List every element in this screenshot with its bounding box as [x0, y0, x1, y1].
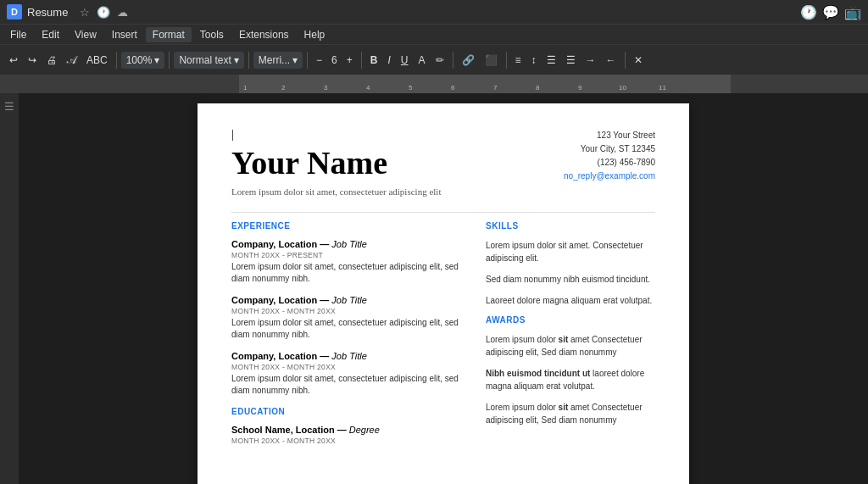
- awards-item-2: Nibh euismod tincidunt ut laoreet dolore…: [486, 367, 655, 392]
- skills-item-1: Lorem ipsum dolor sit amet. Consectetuer…: [486, 239, 655, 264]
- italic-button[interactable]: I: [383, 52, 394, 69]
- job-1-desc[interactable]: Lorem ipsum dolor sit amet, consectetuer…: [231, 261, 469, 285]
- awards-item-3: Lorem ipsum dolor sit amet Consectetuer …: [486, 401, 655, 426]
- sep5: [361, 52, 362, 69]
- style-value: Normal text: [179, 54, 231, 66]
- resume-right-column: SKILLS Lorem ipsum dolor sit amet. Conse…: [486, 221, 655, 447]
- redo-button[interactable]: ↪: [24, 52, 41, 69]
- font-value: Merri...: [259, 54, 290, 66]
- skills-item-2: Sed diam nonummy nibh euismod tincidunt.: [486, 273, 655, 286]
- address-street: 123 Your Street: [564, 129, 655, 142]
- image-button[interactable]: ⬛: [481, 52, 502, 69]
- section-divider: [231, 212, 655, 213]
- text-color-button[interactable]: A: [415, 52, 430, 69]
- job-1-dates: MONTH 20XX - PRESENT: [231, 251, 469, 259]
- job-3: Company, Location — Job Title MONTH 20XX…: [231, 351, 469, 397]
- address-email[interactable]: no_reply@example.com: [564, 170, 655, 183]
- bullets-button[interactable]: ☰: [542, 52, 560, 69]
- app-title: Resume: [27, 6, 68, 19]
- school-1-dates: MONTH 20XX - MONTH 20XX: [231, 437, 469, 445]
- ruler: 1 2 3 4 5 6 7 8 9 10 11: [0, 75, 868, 93]
- document-page[interactable]: | Your Name Lorem ipsum dolor sit amet, …: [198, 103, 689, 484]
- indent-button[interactable]: →: [581, 52, 600, 69]
- comment-icon[interactable]: 💬: [822, 4, 839, 20]
- sep3: [248, 52, 249, 69]
- app-icon: D: [7, 4, 22, 19]
- zoom-chevron: ▾: [154, 54, 159, 66]
- awards-item-1: Lorem ipsum dolor sit amet Consectetuer …: [486, 333, 655, 359]
- job-3-company: Company, Location — Job Title: [231, 351, 469, 361]
- zoom-dropdown[interactable]: 100% ▾: [121, 52, 165, 69]
- sep8: [625, 52, 626, 69]
- resume-left-column: EXPERIENCE Company, Location — Job Title…: [231, 221, 469, 447]
- sep2: [169, 52, 170, 69]
- paint-format-button[interactable]: 𝒜: [63, 51, 81, 70]
- toolbar: ↩ ↪ 🖨 𝒜 ABC 100% ▾ Normal text ▾ Merri..…: [0, 44, 868, 75]
- title-bar: D Resume ☆ 🕐 ☁ 🕐 💬 📺: [0, 0, 868, 24]
- link-button[interactable]: 🔗: [458, 52, 479, 69]
- job-2-desc[interactable]: Lorem ipsum dolor sit amet, consectetuer…: [231, 317, 469, 341]
- left-sidebar: ☰: [0, 93, 19, 484]
- menu-view[interactable]: View: [68, 27, 103, 42]
- undo-button[interactable]: ↩: [5, 52, 22, 69]
- title-bar-icons: ☆ 🕐 ☁: [80, 6, 128, 19]
- underline-button[interactable]: U: [397, 52, 413, 69]
- menu-tools[interactable]: Tools: [193, 27, 231, 42]
- outline-icon[interactable]: ☰: [4, 100, 14, 113]
- align-button[interactable]: ≡: [511, 52, 526, 69]
- sep6: [453, 52, 453, 69]
- sep1: [116, 52, 117, 69]
- font-size-increase[interactable]: +: [342, 52, 357, 69]
- main-area: ☰ | Your Name Lorem ipsum dolor sit amet…: [0, 93, 868, 484]
- address-city: Your City, ST 12345: [564, 142, 655, 156]
- zoom-value: 100%: [126, 54, 153, 66]
- style-dropdown[interactable]: Normal text ▾: [174, 52, 243, 69]
- resume-address: 123 Your Street Your City, ST 12345 (123…: [564, 129, 655, 183]
- bold-button[interactable]: B: [366, 52, 382, 69]
- menu-extensions[interactable]: Extensions: [232, 27, 296, 42]
- job-3-dates: MONTH 20XX - MONTH 20XX: [231, 363, 469, 371]
- clear-format-button[interactable]: ✕: [630, 52, 647, 69]
- star-icon[interactable]: ☆: [80, 6, 90, 19]
- sep7: [506, 52, 507, 69]
- numbering-button[interactable]: ☰: [562, 52, 580, 69]
- print-button[interactable]: 🖨: [42, 52, 61, 69]
- experience-section-title: EXPERIENCE: [231, 221, 469, 232]
- menu-file[interactable]: File: [3, 27, 33, 42]
- job-2: Company, Location — Job Title MONTH 20XX…: [231, 295, 469, 341]
- spellcheck-button[interactable]: ABC: [82, 52, 112, 69]
- school-1-name: School Name, Location — Degree: [231, 425, 469, 435]
- outdent-button[interactable]: ←: [602, 52, 620, 69]
- job-1: Company, Location — Job Title MONTH 20XX…: [231, 239, 469, 285]
- menu-edit[interactable]: Edit: [35, 27, 66, 42]
- cloud-icon[interactable]: ☁: [117, 6, 128, 19]
- menu-help[interactable]: Help: [298, 27, 332, 42]
- address-phone: (123) 456-7890: [564, 156, 655, 170]
- school-1: School Name, Location — Degree MONTH 20X…: [231, 425, 469, 445]
- history-icon[interactable]: 🕐: [97, 6, 110, 19]
- menu-format[interactable]: Format: [146, 27, 192, 42]
- spacing-button[interactable]: ↕: [527, 52, 541, 69]
- menu-insert[interactable]: Insert: [105, 27, 144, 42]
- font-dropdown[interactable]: Merri... ▾: [253, 52, 303, 69]
- doc-area[interactable]: | Your Name Lorem ipsum dolor sit amet, …: [19, 93, 868, 484]
- present-icon[interactable]: 📺: [844, 4, 861, 20]
- resume-columns: EXPERIENCE Company, Location — Job Title…: [231, 221, 655, 447]
- job-2-company: Company, Location — Job Title: [231, 295, 469, 305]
- skills-section-title: SKILLS: [486, 221, 655, 232]
- sep4: [307, 52, 308, 69]
- highlight-button[interactable]: ✏: [431, 52, 448, 69]
- font-size-value: 6: [328, 52, 341, 69]
- skills-item-3: Laoreet dolore magna aliquam erat volutp…: [486, 294, 655, 307]
- resume-tagline[interactable]: Lorem ipsum dolor sit amet, consectetuer…: [231, 186, 655, 197]
- menu-bar: File Edit View Insert Format Tools Exten…: [0, 24, 868, 44]
- job-1-company: Company, Location — Job Title: [231, 239, 469, 249]
- font-chevron: ▾: [292, 54, 298, 66]
- job-3-desc[interactable]: Lorem ipsum dolor sit amet, consectetuer…: [231, 373, 469, 397]
- style-chevron: ▾: [234, 54, 239, 66]
- awards-section-title: AWARDS: [486, 315, 655, 326]
- education-section-title: EDUCATION: [231, 407, 469, 418]
- history-btn[interactable]: 🕐: [800, 4, 817, 20]
- job-2-dates: MONTH 20XX - MONTH 20XX: [231, 307, 469, 315]
- font-size-decrease[interactable]: −: [312, 52, 326, 69]
